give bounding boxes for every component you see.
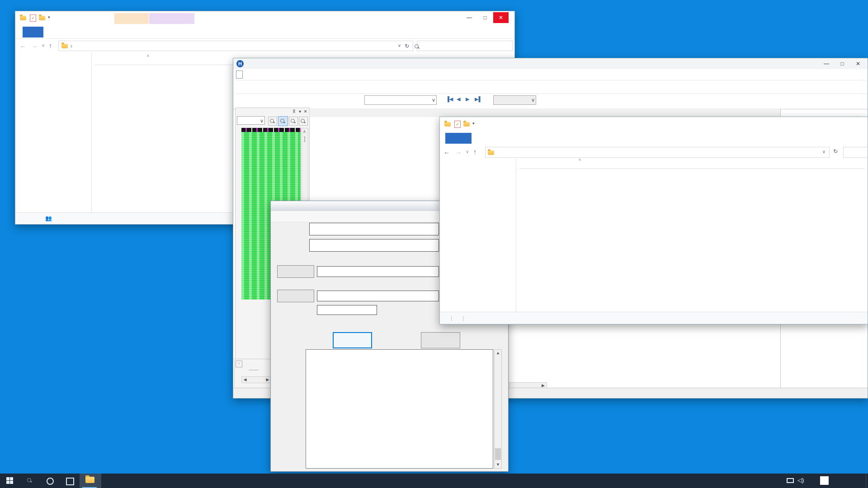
qat-properties-icon[interactable]: ✓ xyxy=(454,121,461,128)
nav-last-icon[interactable]: ▶▌ xyxy=(475,96,482,102)
sort-chevron-icon: ∧ xyxy=(146,53,150,58)
address-chevron-icon[interactable]: ∨ xyxy=(822,149,826,154)
taskbar-explorer-button[interactable] xyxy=(80,474,101,488)
visualizer-mode-combo[interactable]: ∨ xyxy=(237,116,265,125)
qat-customize-chevron-icon[interactable]: ▾ xyxy=(472,121,475,126)
forward-icon[interactable]: → xyxy=(455,148,462,155)
tab-home[interactable] xyxy=(478,133,498,144)
maximize-button[interactable]: □ xyxy=(835,58,850,69)
format-input[interactable] xyxy=(317,305,377,315)
structures-scrollbar[interactable]: ◀ ▶ xyxy=(241,376,271,383)
address-row: ← → ∨ ↑ › ∨ ↻ xyxy=(15,39,514,53)
tab-app-tools[interactable] xyxy=(150,27,194,38)
forward-icon[interactable]: → xyxy=(31,42,38,49)
tab-home[interactable] xyxy=(48,27,66,38)
search-box[interactable] xyxy=(843,147,868,158)
qat-newfolder-icon[interactable] xyxy=(39,16,45,20)
menu-doc-icon[interactable] xyxy=(236,70,243,79)
back-icon[interactable]: ← xyxy=(20,42,26,49)
input-path-field[interactable] xyxy=(317,266,439,277)
back-icon[interactable]: ← xyxy=(443,148,450,155)
search-box[interactable] xyxy=(417,41,513,51)
sign-input[interactable] xyxy=(309,223,439,235)
panel-menu-icon[interactable]: ▾ xyxy=(299,109,301,114)
menu-bar xyxy=(245,69,788,79)
address-chevron-icon[interactable]: ∨ xyxy=(398,43,401,48)
network-icon[interactable] xyxy=(787,478,794,483)
show-desktop-button[interactable] xyxy=(866,474,868,488)
structures-prev-icon[interactable]: ‹ xyxy=(236,361,242,367)
ime-mode-icon[interactable] xyxy=(820,476,829,485)
bookmark-combo[interactable]: ∨ xyxy=(493,95,536,105)
panel-close-icon[interactable]: ✕ xyxy=(304,109,307,114)
refresh-icon[interactable]: ↻ xyxy=(405,43,409,49)
sort-chevron-icon: ∧ xyxy=(578,157,581,162)
decrypt-button[interactable] xyxy=(333,332,372,348)
minimize-button[interactable]: — xyxy=(819,58,834,69)
volume-icon[interactable]: ◁) xyxy=(797,477,804,483)
shared-users-icon: 👥 xyxy=(45,215,52,221)
column-header-name[interactable] xyxy=(100,56,146,65)
zoom-in-icon[interactable] xyxy=(289,117,298,126)
zoom-fit-icon[interactable] xyxy=(278,116,288,126)
close-button[interactable]: ✕ xyxy=(850,58,866,69)
minimize-button[interactable]: — xyxy=(462,12,477,23)
zoom-out-icon[interactable] xyxy=(299,117,308,126)
start-button[interactable] xyxy=(0,474,20,488)
ribbon-tabs xyxy=(15,26,514,39)
panel-pin-icon[interactable]: ⊼ xyxy=(292,109,296,114)
manage-tab-app-tools[interactable] xyxy=(149,13,194,24)
tab-file[interactable] xyxy=(445,133,472,144)
qat-properties-icon[interactable]: ✓ xyxy=(30,14,36,22)
task-view-button[interactable] xyxy=(60,474,80,488)
hex-column-header-band xyxy=(310,108,780,117)
encrypt-button[interactable] xyxy=(421,332,460,348)
cortana-button[interactable] xyxy=(40,474,60,488)
recent-chevron-icon[interactable]: ∨ xyxy=(466,149,469,154)
encoding-combo[interactable]: ∨ xyxy=(364,95,437,105)
tab-shortcut-tools[interactable] xyxy=(114,27,145,38)
qat-folder-icon xyxy=(20,16,26,20)
tab-file[interactable] xyxy=(23,27,43,38)
nav-first-icon[interactable]: ▐◀ xyxy=(446,96,453,102)
nav-next-icon[interactable]: ▶ xyxy=(466,96,469,102)
toolbar-row1 xyxy=(235,80,867,94)
recent-chevron-icon[interactable]: ∨ xyxy=(42,43,45,48)
refresh-icon[interactable]: ↻ xyxy=(833,148,838,155)
maximize-button[interactable]: □ xyxy=(477,12,493,23)
output-dir-button[interactable] xyxy=(277,290,314,302)
hexworkshop-app-icon: H xyxy=(236,60,244,67)
manage-tab-shortcut-tools[interactable] xyxy=(114,13,149,24)
qat-customize-chevron-icon[interactable]: ▾ xyxy=(48,15,50,19)
output-dir-field[interactable] xyxy=(317,291,439,301)
qat-newfolder-icon[interactable] xyxy=(463,122,470,127)
up-icon[interactable]: ↑ xyxy=(473,148,476,155)
output-log[interactable] xyxy=(306,349,493,469)
taskbar: ◁) xyxy=(0,474,868,488)
explorer2-statusbar: | | xyxy=(440,312,868,324)
zoom-100-icon[interactable] xyxy=(268,117,277,126)
key-input[interactable] xyxy=(309,239,439,252)
tab-share[interactable] xyxy=(503,133,523,144)
log-scrollbar[interactable]: ▲ ▼ xyxy=(494,349,502,469)
input-path-button[interactable] xyxy=(277,265,314,278)
breadcrumb-box[interactable]: ∨ xyxy=(485,147,830,158)
tab-share[interactable] xyxy=(71,27,89,38)
search-icon xyxy=(415,44,419,49)
up-icon[interactable]: ↑ xyxy=(49,42,52,49)
tab-view[interactable] xyxy=(528,133,548,144)
tab-view[interactable] xyxy=(93,27,111,38)
explorer-window-client: ✓ ▾ ← → ∨ ↑ ∨ ↻ ∧ | | xyxy=(439,117,868,324)
close-button[interactable]: ✕ xyxy=(493,12,509,23)
structures-member-header xyxy=(249,370,259,371)
taskbar-search-button[interactable] xyxy=(20,474,40,488)
nav-prev-icon[interactable]: ◀ xyxy=(457,96,460,102)
address-box[interactable]: › ∨ ↻ xyxy=(58,41,413,51)
toolbar-row2 xyxy=(235,94,867,108)
qat-folder-icon xyxy=(444,122,451,127)
